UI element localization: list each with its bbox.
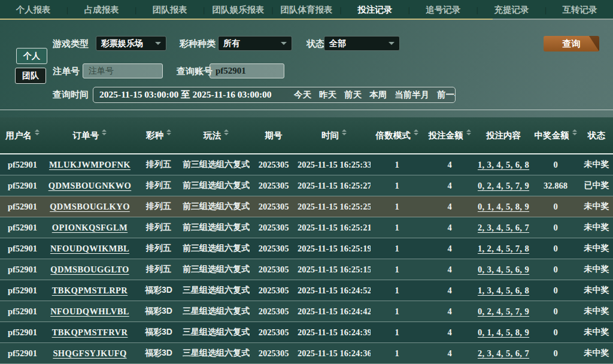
- status-select[interactable]: 全部: [324, 36, 400, 51]
- cell-prize: 32.868: [531, 181, 580, 191]
- query-account-input[interactable]: pf52901: [210, 63, 284, 78]
- cell-bet-content[interactable]: 0, 2, 4, 5, 7, 9: [476, 307, 531, 317]
- cell-order-no[interactable]: QDMSBOUGLKYO: [45, 202, 135, 212]
- date-range-input[interactable]: 2025-11-15 03:00:00 至 2025-11-16 03:00:0…: [99, 89, 286, 101]
- nav-tab[interactable]: 追号记录: [410, 4, 477, 16]
- cell-multiple: 1: [371, 202, 423, 212]
- column-header-label: 时间: [321, 130, 339, 141]
- cell-bet-content[interactable]: 0, 3, 4, 5, 6, 9: [476, 265, 531, 275]
- sort-icon[interactable]: [342, 129, 347, 135]
- cell-order-no[interactable]: NFOUDQWHLVBL: [45, 307, 135, 317]
- table-row[interactable]: pf52901MLUKJWMPOFNK排列五前三组选组六复式2025305202…: [0, 154, 613, 175]
- sort-icon[interactable]: [414, 129, 418, 135]
- chevron-down-icon: [389, 42, 394, 45]
- sort-icon[interactable]: [224, 129, 229, 135]
- table-row[interactable]: pf52901NFOUDQWHLVBL福彩3D三星组选组六复式202530520…: [0, 301, 613, 322]
- date-range-box: 2025-11-15 03:00:00 至 2025-11-16 03:00:0…: [93, 87, 456, 103]
- column-header[interactable]: 彩种: [135, 130, 183, 141]
- cell-order-no[interactable]: SHQGFSYJKUFQ: [45, 348, 135, 359]
- quick-range-button[interactable]: 前天: [344, 89, 362, 101]
- nav-tab[interactable]: 个人报表: [0, 4, 66, 16]
- cell-bet-content[interactable]: 0, 2, 4, 5, 7, 9: [476, 181, 531, 191]
- column-header[interactable]: 时间: [298, 130, 371, 141]
- cell-order-no[interactable]: TBKQPMSTLRPR: [45, 286, 135, 296]
- cell-bet-content[interactable]: 0, 1, 4, 5, 8, 9: [476, 202, 531, 212]
- cell-order-no[interactable]: QDMSBOUGGLTO: [45, 265, 135, 275]
- cell-multiple: 1: [371, 327, 423, 338]
- cell-order-no[interactable]: NFOUDQWIKMBL: [45, 244, 135, 254]
- cell-bet-content[interactable]: 0, 1, 4, 5, 8, 9: [476, 327, 531, 338]
- game-type-value: 彩票娱乐场: [101, 38, 143, 49]
- nav-tab[interactable]: 占成报表: [68, 4, 135, 16]
- table-row[interactable]: pf52901QDMSBOUGNKWO排列五前三组选组六复式2025305202…: [0, 175, 613, 196]
- table-row[interactable]: pf52901SHQGFSYJKUFQ福彩3D三星组选组六复式202530520…: [0, 343, 613, 364]
- cell-lottery: 排列五: [135, 222, 183, 233]
- cell-status: 未中奖: [580, 222, 613, 233]
- cell-bet-content[interactable]: 1, 3, 4, 5, 6, 8: [476, 160, 531, 170]
- table-row[interactable]: pf52901QDMSBOUGLKYO排列五前三组选组六复式2025305202…: [0, 196, 613, 217]
- cell-order-no[interactable]: QDMSBOUGNKWO: [45, 181, 135, 191]
- cell-bet-content[interactable]: 1, 3, 4, 5, 6, 8: [476, 286, 531, 296]
- quick-range-button[interactable]: 前一半月: [437, 89, 456, 101]
- cell-issue: 2025305: [250, 265, 298, 275]
- column-header-label: 倍数模式: [376, 130, 411, 141]
- column-header[interactable]: 投注金额: [423, 130, 476, 141]
- scope-team-button[interactable]: 团队: [15, 68, 46, 84]
- table-row[interactable]: pf52901QDMSBOUGGLTO排列五前三组选组六复式2025305202…: [0, 259, 613, 280]
- cell-bet-content[interactable]: 1, 2, 4, 5, 7, 8: [476, 244, 531, 254]
- query-account-label: 查询账号: [177, 66, 213, 77]
- nav-tab[interactable]: 团队娱乐报表: [205, 4, 271, 16]
- lottery-category-select[interactable]: 所有: [218, 36, 292, 51]
- sort-icon[interactable]: [35, 129, 40, 135]
- cell-play: 三星组选组六复式: [183, 348, 250, 359]
- cell-multiple: 1: [371, 223, 423, 233]
- sort-icon[interactable]: [102, 129, 107, 135]
- sort-icon[interactable]: [166, 129, 171, 135]
- sort-icon[interactable]: [572, 129, 577, 135]
- scope-personal-button[interactable]: 个人: [16, 48, 47, 64]
- order-no-input[interactable]: 注单号: [83, 63, 163, 78]
- search-button-fold-decoration: [589, 36, 599, 51]
- quick-range-button[interactable]: 本周: [369, 89, 387, 101]
- nav-tab[interactable]: 互转记录: [547, 4, 613, 16]
- column-header[interactable]: 订单号: [45, 130, 135, 141]
- cell-order-no[interactable]: MLUKJWMPOFNK: [45, 160, 135, 170]
- cell-play: 前三组选组六复式: [183, 180, 250, 191]
- cell-username: pf52901: [0, 244, 45, 254]
- table-row[interactable]: pf52901TBKQPMSTFRVR福彩3D三星组选组六复式202530520…: [0, 322, 613, 343]
- nav-tab[interactable]: 团队体育报表: [274, 4, 340, 16]
- table-row[interactable]: pf52901OPIONKQSFGLM排列五前三组选组六复式2025305202…: [0, 217, 613, 238]
- cell-lottery: 福彩3D: [135, 306, 183, 317]
- column-header[interactable]: 玩法: [183, 130, 250, 141]
- cell-multiple: 1: [371, 265, 423, 275]
- cell-order-no[interactable]: TBKQPMSTFRVR: [45, 327, 135, 338]
- cell-bet-content[interactable]: 2, 3, 4, 5, 6, 7: [476, 223, 531, 233]
- quick-range-button[interactable]: 当前半月: [394, 89, 429, 101]
- nav-tab[interactable]: 充提记录: [478, 4, 545, 16]
- cell-username: pf52901: [0, 327, 45, 338]
- column-header[interactable]: 用户名: [0, 130, 45, 141]
- cell-bet-content[interactable]: 2, 3, 4, 5, 6, 7: [476, 348, 531, 359]
- column-header-label: 投注金额: [429, 130, 463, 141]
- column-header[interactable]: 中奖金额: [531, 130, 580, 141]
- cell-lottery: 排列五: [135, 264, 183, 275]
- cell-status: 未中奖: [580, 264, 613, 275]
- quick-range-button[interactable]: 今天: [294, 89, 311, 101]
- game-type-select[interactable]: 彩票娱乐场: [96, 36, 166, 51]
- table-row[interactable]: pf52901NFOUDQWIKMBL排列五前三组选组六复式2025305202…: [0, 238, 613, 259]
- search-button[interactable]: 查询: [544, 36, 599, 51]
- cell-order-no[interactable]: OPIONKQSFGLM: [45, 223, 135, 233]
- column-header[interactable]: 倍数模式: [371, 130, 423, 141]
- cell-bet-amount: 4: [423, 181, 476, 191]
- cell-play: 三星组选组六复式: [183, 306, 250, 317]
- cell-issue: 2025305: [250, 327, 298, 338]
- query-account-value: pf52901: [216, 66, 246, 76]
- cell-prize: 0: [531, 348, 580, 359]
- nav-tab[interactable]: 投注记录: [342, 4, 408, 16]
- nav-tab[interactable]: 团队报表: [136, 4, 203, 16]
- table-row[interactable]: pf52901TBKQPMSTLRPR福彩3D三星组选组六复式202530520…: [0, 280, 613, 301]
- search-button-label: 查询: [563, 38, 581, 50]
- sort-icon[interactable]: [466, 129, 471, 135]
- cell-multiple: 1: [371, 160, 423, 170]
- quick-range-button[interactable]: 昨天: [319, 89, 336, 101]
